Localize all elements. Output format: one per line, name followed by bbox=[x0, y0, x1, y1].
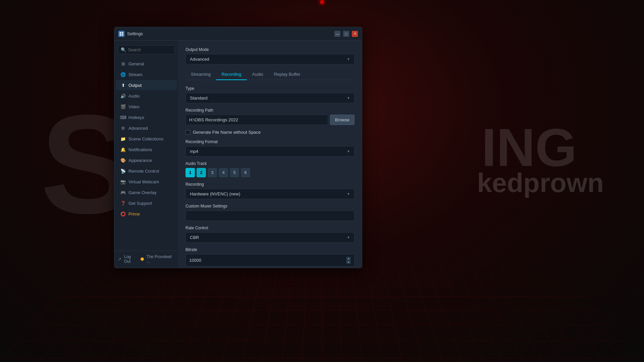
prime-icon: ⭕ bbox=[120, 211, 126, 217]
sidebar-item-get-support[interactable]: ❓ Get Support bbox=[116, 198, 177, 208]
window-body: 🔍 ⊞ General 🌐 Stream ⬆ Output 🔊 Audio 🎬 bbox=[114, 41, 362, 268]
bg-dot bbox=[320, 0, 324, 4]
advanced-label: Advanced bbox=[128, 126, 148, 131]
appearance-label: Appearance bbox=[128, 158, 152, 163]
sidebar-item-virtual-webcam[interactable]: 📷 Virtual Webcam bbox=[116, 177, 177, 187]
recording-format-value: mp4 bbox=[190, 149, 198, 154]
recording-path-field: Recording Path Browse bbox=[185, 108, 355, 125]
recording-encoder-label: Recording bbox=[185, 182, 355, 187]
recording-path-input[interactable] bbox=[185, 115, 328, 125]
type-label: Type bbox=[185, 86, 355, 91]
sidebar-item-output[interactable]: ⬆ Output bbox=[116, 80, 177, 90]
general-icon: ⊞ bbox=[120, 61, 126, 66]
appearance-icon: 🎨 bbox=[120, 158, 126, 163]
bg-text-kedprown: kedprown bbox=[477, 168, 604, 198]
rate-control-select[interactable]: CBR ▼ bbox=[185, 232, 355, 243]
sidebar-item-stream[interactable]: 🌐 Stream bbox=[116, 69, 177, 79]
rate-control-value: CBR bbox=[190, 235, 199, 240]
sidebar-item-game-overlay[interactable]: 🎮 Game Overlay bbox=[116, 187, 177, 197]
bitrate-field: Bitrate 10000 ▲ ▼ bbox=[185, 247, 355, 266]
notifications-label: Notifications bbox=[128, 147, 152, 152]
browse-button[interactable]: Browse bbox=[330, 115, 355, 125]
sidebar-item-audio[interactable]: 🔊 Audio bbox=[116, 91, 177, 101]
chevron-down-icon: ▼ bbox=[347, 57, 350, 61]
bitrate-spinner: 10000 ▲ ▼ bbox=[185, 254, 355, 266]
general-label: General bbox=[128, 61, 144, 66]
bitrate-up[interactable]: ▲ bbox=[346, 257, 351, 260]
main-content: Output Mode Advanced ▼ Streaming Recordi… bbox=[178, 41, 362, 268]
scene-collections-icon: 📁 bbox=[120, 136, 126, 141]
svg-rect-3 bbox=[122, 34, 123, 36]
prime-label: Prime bbox=[128, 212, 140, 217]
search-icon: 🔍 bbox=[121, 47, 126, 52]
tab-streaming[interactable]: Streaming bbox=[185, 69, 216, 80]
output-mode-select[interactable]: Advanced ▼ bbox=[185, 54, 355, 64]
recording-format-label: Recording Format bbox=[185, 139, 355, 144]
type-field: Type Standard ▼ bbox=[185, 86, 355, 103]
rate-control-label: Rate Control bbox=[185, 226, 355, 230]
sidebar-item-hotkeys[interactable]: ⌨ Hotkeys bbox=[116, 112, 177, 122]
sidebar: 🔍 ⊞ General 🌐 Stream ⬆ Output 🔊 Audio 🎬 bbox=[114, 41, 178, 268]
encoder-chevron-icon: ▼ bbox=[347, 192, 350, 196]
tab-recording[interactable]: Recording bbox=[216, 69, 247, 80]
user-status-dot bbox=[141, 257, 144, 261]
stream-label: Stream bbox=[128, 72, 143, 77]
sidebar-bottom: ↗ Log Out The Provoked ... bbox=[114, 251, 178, 268]
type-select[interactable]: Standard ▼ bbox=[185, 93, 355, 103]
audio-track-buttons: 1 2 3 4 5 6 bbox=[185, 168, 355, 177]
sidebar-item-general[interactable]: ⊞ General bbox=[116, 59, 177, 69]
svg-rect-0 bbox=[120, 32, 121, 34]
track-button-4[interactable]: 4 bbox=[219, 168, 228, 177]
sidebar-item-video[interactable]: 🎬 Video bbox=[116, 102, 177, 112]
track-button-1[interactable]: 1 bbox=[185, 168, 195, 177]
track-button-2[interactable]: 2 bbox=[197, 168, 206, 177]
generate-filename-checkbox[interactable] bbox=[185, 130, 190, 135]
scene-collections-label: Scene Collections bbox=[128, 136, 163, 141]
rate-control-chevron-icon: ▼ bbox=[347, 236, 350, 239]
remote-control-icon: 📡 bbox=[120, 168, 126, 174]
audio-label: Audio bbox=[128, 94, 140, 99]
generate-filename-row: Generate File Name without Space bbox=[185, 130, 355, 135]
output-mode-field: Output Mode Advanced ▼ bbox=[185, 47, 355, 64]
close-button[interactable]: ✕ bbox=[352, 31, 358, 37]
logout-label[interactable]: Log Out bbox=[124, 254, 138, 264]
svg-rect-1 bbox=[122, 32, 123, 34]
tab-replay-buffer[interactable]: Replay Buffer bbox=[269, 69, 306, 80]
audio-track-field: Audio Track 1 2 3 4 5 6 bbox=[185, 161, 355, 177]
virtual-webcam-icon: 📷 bbox=[120, 179, 126, 184]
track-button-5[interactable]: 5 bbox=[230, 168, 239, 177]
minimize-button[interactable]: — bbox=[334, 31, 340, 37]
settings-window: Settings — □ ✕ 🔍 ⊞ General 🌐 Stream ⬆ bbox=[114, 27, 362, 268]
logout-icon: ↗ bbox=[118, 257, 121, 262]
custom-muxer-input[interactable] bbox=[185, 210, 355, 221]
track-button-6[interactable]: 6 bbox=[241, 168, 250, 177]
maximize-button[interactable]: □ bbox=[343, 31, 349, 37]
notifications-icon: 🔔 bbox=[120, 147, 126, 152]
username-label: The Provoked ... bbox=[147, 254, 175, 264]
sidebar-item-scene-collections[interactable]: 📁 Scene Collections bbox=[116, 134, 177, 144]
audio-track-label: Audio Track bbox=[185, 161, 355, 166]
output-label: Output bbox=[128, 83, 142, 88]
recording-format-select[interactable]: mp4 ▼ bbox=[185, 146, 355, 157]
titlebar: Settings — □ ✕ bbox=[114, 27, 362, 41]
search-box[interactable]: 🔍 bbox=[118, 45, 175, 54]
custom-muxer-field: Custom Muxer Settings bbox=[185, 204, 355, 221]
tab-audio[interactable]: Audio bbox=[247, 69, 269, 80]
bitrate-down[interactable]: ▼ bbox=[346, 260, 351, 264]
track-button-3[interactable]: 3 bbox=[208, 168, 217, 177]
bg-grid bbox=[0, 263, 644, 362]
custom-muxer-label: Custom Muxer Settings bbox=[185, 204, 355, 208]
hotkeys-label: Hotkeys bbox=[128, 115, 144, 120]
sidebar-item-notifications[interactable]: 🔔 Notifications bbox=[116, 144, 177, 155]
search-input[interactable] bbox=[128, 48, 172, 52]
sidebar-item-appearance[interactable]: 🎨 Appearance bbox=[116, 155, 177, 165]
sidebar-item-remote-control[interactable]: 📡 Remote Control bbox=[116, 166, 177, 176]
rate-control-field: Rate Control CBR ▼ bbox=[185, 226, 355, 243]
sidebar-item-prime[interactable]: ⭕ Prime bbox=[116, 209, 177, 219]
advanced-icon: ⚙ bbox=[120, 125, 126, 131]
recording-encoder-select[interactable]: Hardware (NVENC) (new) ▼ bbox=[185, 189, 355, 199]
game-overlay-label: Game Overlay bbox=[128, 190, 157, 195]
get-support-icon: ❓ bbox=[120, 200, 126, 206]
recording-path-label: Recording Path bbox=[185, 108, 355, 113]
sidebar-item-advanced[interactable]: ⚙ Advanced bbox=[116, 123, 177, 133]
